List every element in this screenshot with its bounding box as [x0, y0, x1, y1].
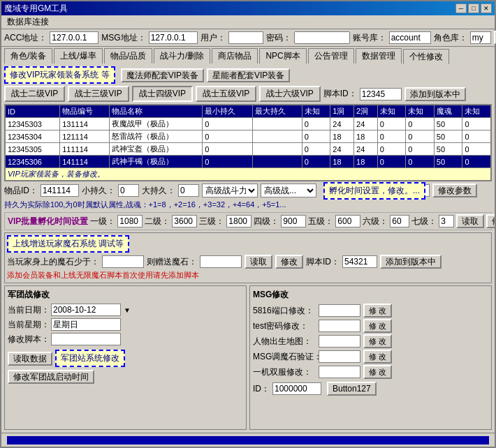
table-cell: 24	[330, 118, 354, 130]
test-pwd-label: test密码修改：	[253, 320, 316, 332]
birth-map-modify-btn[interactable]: 修 改	[363, 334, 392, 348]
col-item-name: 物品名称	[110, 105, 203, 118]
test-pwd-input[interactable]	[319, 320, 360, 332]
table-cell: 0	[203, 143, 252, 156]
tab-warrior-vip5[interactable]: 战士五级VIP	[196, 86, 256, 102]
db-input[interactable]	[389, 31, 431, 44]
item-id-input[interactable]	[41, 184, 79, 197]
mage-vip-tab[interactable]: 魔法师配套VIP装备	[121, 68, 204, 82]
tab-online-rate[interactable]: 上线/爆率	[54, 48, 102, 64]
level-modify-btn[interactable]: 修改	[486, 214, 495, 228]
dual-server-modify-btn[interactable]: 修 改	[363, 365, 392, 379]
tab-warrior-vip4[interactable]: 战士四级VIP	[132, 86, 193, 102]
maximize-button[interactable]: □	[468, 3, 479, 13]
tab-item-quality[interactable]: 物品/品质	[104, 48, 152, 64]
vip-equip-row[interactable]: VIP玩家领装备，装备修改。	[6, 168, 491, 181]
script-input[interactable]	[51, 333, 121, 345]
port5816-input[interactable]	[319, 304, 360, 317]
foot-id-input[interactable]	[360, 88, 402, 100]
tab-announcement[interactable]: 公告管理	[308, 48, 354, 64]
online-bonus-hint: 上线增送玩家魔石系统 调试等	[7, 235, 129, 253]
level2-input[interactable]	[172, 215, 197, 227]
level3-input[interactable]	[226, 215, 251, 227]
table-cell: 18	[354, 156, 378, 168]
level5-input[interactable]	[335, 215, 360, 227]
online-read-btn[interactable]: 读取	[245, 255, 272, 269]
week-input[interactable]	[51, 318, 121, 331]
table-row[interactable]: 12345304121114怒雷战符（极品）00181800500	[6, 130, 491, 143]
tab-warrior-vip6[interactable]: 战士六级VIP	[259, 86, 320, 102]
table-row[interactable]: 12345305111114武神宝盔（极品）00242400500	[6, 143, 491, 156]
modify-params-btn[interactable]: 修改参数	[432, 184, 477, 197]
table-cell: 24	[354, 118, 378, 130]
tab-shop-item[interactable]: 商店物品	[212, 48, 258, 64]
week-label: 当前星期：	[8, 319, 48, 331]
read-data-btn[interactable]: 读取数据	[8, 352, 52, 366]
close-button[interactable]: ✕	[481, 3, 492, 13]
combat-dropdown1[interactable]: 高级战斗力	[202, 184, 258, 197]
table-cell: 131114	[60, 118, 110, 130]
acc-address-input[interactable]	[50, 31, 99, 44]
give-stone-input[interactable]	[200, 255, 242, 268]
table-cell: 18	[330, 130, 354, 143]
online-script-id-input[interactable]	[342, 255, 377, 268]
date-input[interactable]	[51, 304, 121, 316]
msg-id-input[interactable]	[272, 382, 321, 395]
user-input[interactable]	[228, 31, 263, 44]
level-read-btn[interactable]: 读取	[456, 214, 484, 228]
birth-map-input[interactable]	[319, 335, 360, 348]
table-cell: 111114	[60, 143, 110, 156]
minimize-button[interactable]: ─	[455, 3, 467, 13]
combat-dropdown2[interactable]: 高级战...	[261, 184, 316, 197]
online-modify-btn[interactable]: 修改	[275, 255, 303, 269]
table-cell: 0	[462, 130, 491, 143]
menu-database[interactable]: 数据库连接	[3, 15, 53, 29]
tab-combat-delete[interactable]: 战斗力/删除	[154, 48, 210, 64]
level1-input[interactable]	[117, 215, 143, 227]
table-cell	[252, 118, 302, 130]
msg-stone-label: MSG调魔石验证：	[253, 351, 316, 363]
title-bar-buttons: ─ □ ✕	[455, 3, 492, 13]
tab-role-equip[interactable]: 角色/装备	[4, 48, 52, 64]
online-note: 添加会员装备和上线无限魔石脚本首次使用请先添加脚本	[7, 270, 489, 281]
table-cell: 12345303	[6, 118, 60, 130]
add-to-version-btn[interactable]: 添加到版本中	[404, 87, 466, 101]
msg-stone-modify-btn[interactable]: 修 改	[363, 350, 392, 364]
tab-npc-script[interactable]: NPC脚本	[259, 48, 306, 64]
level7-input[interactable]	[439, 215, 454, 227]
col-min-dur: 最小持久	[203, 105, 252, 118]
tab-warrior-vip2[interactable]: 战士二级VIP	[4, 86, 65, 102]
button127-btn[interactable]: Button127	[327, 382, 377, 396]
msg-address-input[interactable]	[149, 31, 198, 44]
table-row[interactable]: 12345306141114武神手镯（极品）00181800500	[6, 156, 491, 168]
level4-input[interactable]	[281, 215, 306, 227]
status-bar	[1, 433, 495, 447]
table-cell: 18	[354, 130, 378, 143]
port5816-modify-btn[interactable]: 修 改	[363, 304, 392, 318]
role-label: 角色库：	[434, 32, 467, 44]
tab-warrior-vip3[interactable]: 战士三级VIP	[68, 86, 129, 102]
table-row[interactable]: VIP玩家领装备，装备修改。	[6, 168, 491, 181]
level4-label: 四级：	[254, 216, 279, 227]
role-input[interactable]	[470, 31, 491, 44]
star-vip-tab[interactable]: 星能者配套VIP装备	[207, 68, 290, 82]
online-script-id-label: 脚本ID：	[306, 256, 340, 268]
tab-data-mgmt[interactable]: 数据管理	[356, 48, 402, 64]
menu-bar: 数据库连接	[1, 15, 495, 29]
msg-title: MSG修改	[253, 289, 488, 301]
col-item-no: 物品编号	[60, 105, 110, 118]
min-dur-input[interactable]	[118, 184, 139, 197]
dual-server-input[interactable]	[319, 366, 360, 378]
msg-stone-input[interactable]	[319, 350, 360, 363]
less-than-input[interactable]	[102, 255, 144, 268]
modify-guild-time-btn[interactable]: 修改军团战启动时间	[8, 370, 94, 384]
table-row[interactable]: 12345303131114夜魔战甲（极品）00242400500	[6, 118, 491, 130]
pwd-input[interactable]	[294, 31, 350, 44]
min-dur-label: 小持久：	[82, 185, 115, 197]
online-add-btn[interactable]: 添加到版本中	[380, 255, 442, 269]
tab-personal-modify[interactable]: 个性修改	[403, 49, 449, 64]
max-dur-input[interactable]	[178, 184, 199, 197]
test-pwd-modify-btn[interactable]: 修 改	[363, 319, 392, 333]
level6-input[interactable]	[390, 215, 409, 227]
table-cell: 12345304	[6, 130, 60, 143]
